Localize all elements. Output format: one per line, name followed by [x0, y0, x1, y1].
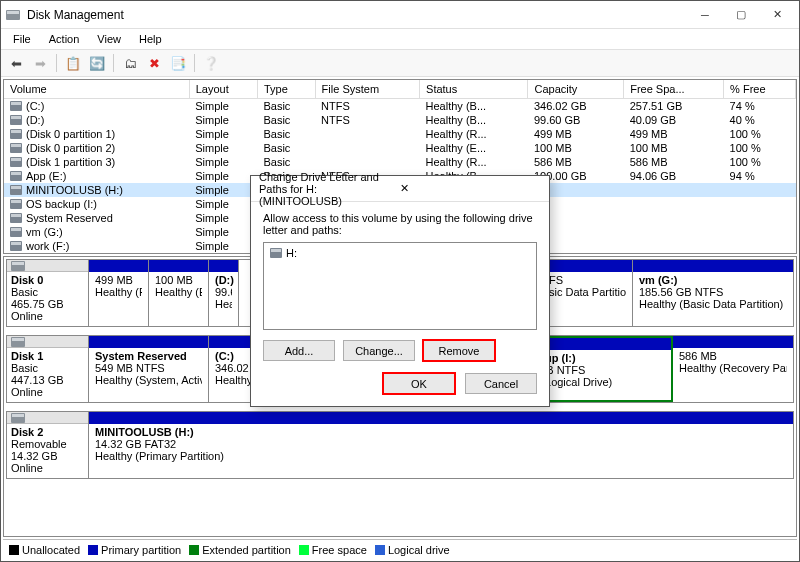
partition[interactable]: (D:)99.6Heal: [209, 260, 239, 326]
partition[interactable]: 499 MBHealthy (Reco: [89, 260, 149, 326]
window-title: Disk Management: [27, 8, 687, 22]
drive-paths-listbox[interactable]: H:: [263, 242, 537, 330]
list-item[interactable]: H:: [270, 247, 530, 259]
volume-icon: [10, 129, 22, 139]
volume-icon: [10, 185, 22, 195]
disk-icon: [11, 261, 25, 271]
disk-icon: [11, 413, 25, 423]
legend-primary: Primary partition: [101, 544, 181, 556]
disk-type: Basic: [11, 286, 84, 298]
volume-icon: [10, 213, 22, 223]
drive-icon: [270, 248, 282, 258]
dialog-title: Change Drive Letter and Paths for H: (MI…: [259, 171, 400, 207]
col-type[interactable]: Type: [257, 80, 315, 99]
legend-unallocated: Unallocated: [22, 544, 80, 556]
delete-icon[interactable]: ✖: [143, 52, 165, 74]
volume-icon: [10, 241, 22, 251]
menu-file[interactable]: File: [5, 31, 39, 47]
partition[interactable]: System Reserved549 MB NTFSHealthy (Syste…: [89, 336, 209, 402]
disk-header-1: Disk 1 Basic 447.13 GB Online: [7, 336, 89, 402]
table-row[interactable]: (C:)SimpleBasicNTFSHealthy (B...346.02 G…: [4, 99, 796, 114]
disk-state: Online: [11, 310, 84, 322]
disk-size: 14.32 GB: [11, 450, 84, 462]
partition[interactable]: MINITOOLUSB (H:)14.32 GB FAT32Healthy (P…: [89, 412, 793, 478]
table-row[interactable]: (Disk 0 partition 1)SimpleBasicHealthy (…: [4, 127, 796, 141]
disk-row-2[interactable]: Disk 2 Removable 14.32 GB Online MINITOO…: [6, 411, 794, 479]
partition[interactable]: 586 MBHealthy (Recovery Partiti: [673, 336, 793, 402]
close-button[interactable]: ✕: [759, 4, 795, 26]
col-fs[interactable]: File System: [315, 80, 419, 99]
titlebar: Disk Management ─ ▢ ✕: [1, 1, 799, 29]
table-row[interactable]: (Disk 0 partition 2)SimpleBasicHealthy (…: [4, 141, 796, 155]
disk-size: 465.75 GB: [11, 298, 84, 310]
dialog-close-icon[interactable]: ✕: [400, 182, 541, 195]
properties-icon[interactable]: 📑: [167, 52, 189, 74]
disk-header-0: Disk 0 Basic 465.75 GB Online: [7, 260, 89, 326]
help-icon[interactable]: ❔: [200, 52, 222, 74]
disk-size: 447.13 GB: [11, 374, 84, 386]
volume-icon: [10, 199, 22, 209]
cancel-button[interactable]: Cancel: [465, 373, 537, 394]
volume-icon: [10, 101, 22, 111]
settings-icon[interactable]: 🗂: [119, 52, 141, 74]
maximize-button[interactable]: ▢: [723, 4, 759, 26]
partition[interactable]: FSsic Data Partitior: [543, 260, 633, 326]
disk-name: Disk 0: [11, 274, 84, 286]
table-row[interactable]: (Disk 1 partition 3)SimpleBasicHealthy (…: [4, 155, 796, 169]
legend: Unallocated Primary partition Extended p…: [3, 539, 797, 559]
menu-help[interactable]: Help: [131, 31, 170, 47]
app-icon: [5, 7, 21, 23]
ok-button[interactable]: OK: [383, 373, 455, 394]
volume-icon: [10, 157, 22, 167]
menu-action[interactable]: Action: [41, 31, 88, 47]
disk-state: Online: [11, 386, 84, 398]
disk-state: Online: [11, 462, 84, 474]
legend-logical: Logical drive: [388, 544, 450, 556]
remove-button[interactable]: Remove: [423, 340, 495, 361]
disk-type: Removable: [11, 438, 84, 450]
change-drive-letter-dialog: Change Drive Letter and Paths for H: (MI…: [250, 175, 550, 407]
dialog-prompt: Allow access to this volume by using the…: [263, 212, 537, 236]
col-layout[interactable]: Layout: [189, 80, 257, 99]
legend-free: Free space: [312, 544, 367, 556]
disk-type: Basic: [11, 362, 84, 374]
legend-extended: Extended partition: [202, 544, 291, 556]
show-hide-icon[interactable]: 📋: [62, 52, 84, 74]
partition[interactable]: 100 MBHealthy (E: [149, 260, 209, 326]
disk-icon: [11, 337, 25, 347]
minimize-button[interactable]: ─: [687, 4, 723, 26]
disk-header-2: Disk 2 Removable 14.32 GB Online: [7, 412, 89, 478]
col-capacity[interactable]: Capacity: [528, 80, 624, 99]
volume-icon: [10, 143, 22, 153]
disk-name: Disk 1: [11, 350, 84, 362]
volume-icon: [10, 115, 22, 125]
change-button[interactable]: Change...: [343, 340, 415, 361]
back-icon[interactable]: ⬅: [5, 52, 27, 74]
disk-name: Disk 2: [11, 426, 84, 438]
col-free[interactable]: Free Spa...: [624, 80, 724, 99]
add-button[interactable]: Add...: [263, 340, 335, 361]
volume-icon: [10, 171, 22, 181]
forward-icon[interactable]: ➡: [29, 52, 51, 74]
refresh-icon[interactable]: 🔄: [86, 52, 108, 74]
volume-icon: [10, 227, 22, 237]
col-volume[interactable]: Volume: [4, 80, 189, 99]
menu-view[interactable]: View: [89, 31, 129, 47]
menubar: File Action View Help: [1, 29, 799, 49]
table-row[interactable]: (D:)SimpleBasicNTFSHealthy (B...99.60 GB…: [4, 113, 796, 127]
col-status[interactable]: Status: [420, 80, 528, 99]
partition[interactable]: vm (G:)185.56 GB NTFSHealthy (Basic Data…: [633, 260, 793, 326]
toolbar: ⬅ ➡ 📋 🔄 🗂 ✖ 📑 ❔: [1, 49, 799, 77]
col-pctfree[interactable]: % Free: [724, 80, 796, 99]
